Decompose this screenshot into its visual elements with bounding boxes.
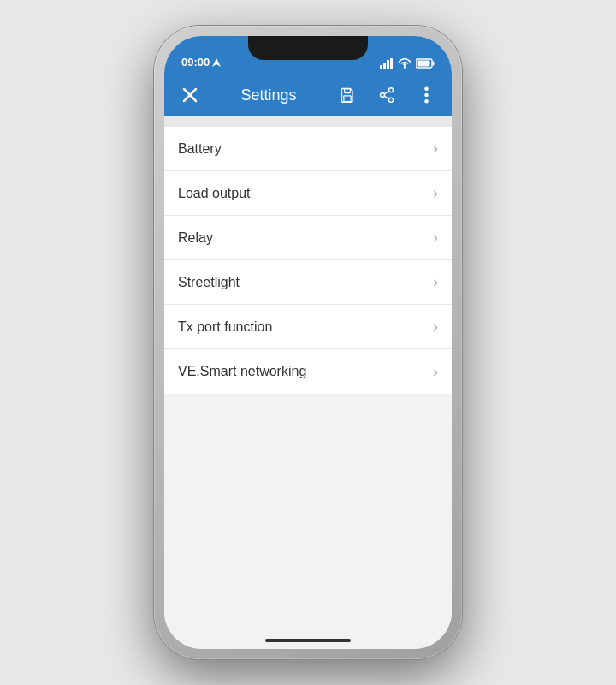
- chevron-icon: ›: [433, 273, 438, 291]
- bottom-gap: [164, 394, 452, 634]
- menu-item-battery-label: Battery: [178, 141, 222, 157]
- save-button[interactable]: [332, 80, 363, 110]
- menu-item-tx-port-label: Tx port function: [178, 319, 272, 335]
- phone-screen: 09:00: [164, 36, 452, 649]
- app-bar: Settings: [164, 74, 452, 116]
- save-icon: [339, 86, 356, 104]
- close-icon: [182, 87, 198, 103]
- chevron-icon: ›: [433, 229, 438, 247]
- svg-point-5: [404, 66, 406, 68]
- menu-item-battery[interactable]: Battery ›: [164, 127, 452, 171]
- signal-icon: [380, 58, 394, 68]
- svg-rect-3: [387, 60, 389, 68]
- svg-line-17: [384, 96, 389, 99]
- wifi-icon: [398, 58, 412, 68]
- chevron-icon: ›: [433, 140, 438, 158]
- svg-point-19: [424, 93, 429, 98]
- status-time: 09:00: [181, 56, 221, 68]
- svg-rect-2: [383, 63, 386, 68]
- menu-item-streetlight-label: Streetlight: [178, 275, 240, 290]
- chevron-icon: ›: [433, 318, 438, 336]
- content-area: Battery › Load output › Relay › Streetli…: [164, 116, 452, 649]
- svg-point-13: [389, 88, 394, 92]
- phone-frame: 09:00: [154, 26, 462, 659]
- phone-notch: [248, 36, 368, 60]
- share-icon: [378, 86, 395, 104]
- chevron-icon: ›: [433, 363, 438, 381]
- menu-item-relay-label: Relay: [178, 230, 213, 246]
- svg-rect-12: [344, 96, 351, 102]
- chevron-icon: ›: [433, 184, 438, 202]
- menu-item-load-output-label: Load output: [178, 186, 251, 201]
- status-icons: [380, 58, 435, 68]
- menu-item-ve-smart[interactable]: VE.Smart networking ›: [164, 349, 452, 394]
- location-icon: [212, 58, 221, 67]
- more-button[interactable]: [411, 80, 441, 110]
- svg-rect-8: [418, 61, 430, 67]
- close-button[interactable]: [175, 80, 205, 110]
- svg-rect-4: [390, 58, 393, 68]
- page-title: Settings: [214, 86, 323, 104]
- menu-item-relay[interactable]: Relay ›: [164, 216, 452, 260]
- menu-item-load-output[interactable]: Load output ›: [164, 171, 452, 216]
- menu-item-tx-port[interactable]: Tx port function ›: [164, 305, 452, 349]
- svg-rect-7: [433, 62, 435, 66]
- svg-marker-0: [212, 58, 221, 67]
- svg-point-20: [424, 99, 429, 104]
- share-button[interactable]: [371, 80, 402, 110]
- battery-icon: [416, 58, 435, 68]
- more-icon: [424, 86, 429, 104]
- svg-point-14: [381, 93, 385, 98]
- svg-point-18: [424, 86, 429, 91]
- svg-rect-1: [380, 65, 382, 68]
- svg-point-15: [389, 98, 394, 102]
- menu-list: Battery › Load output › Relay › Streetli…: [164, 127, 452, 394]
- section-gap-top: [164, 116, 452, 127]
- menu-item-ve-smart-label: VE.Smart networking: [178, 364, 306, 379]
- svg-line-16: [384, 91, 389, 94]
- menu-item-streetlight[interactable]: Streetlight ›: [164, 260, 452, 305]
- home-indicator: [265, 639, 351, 642]
